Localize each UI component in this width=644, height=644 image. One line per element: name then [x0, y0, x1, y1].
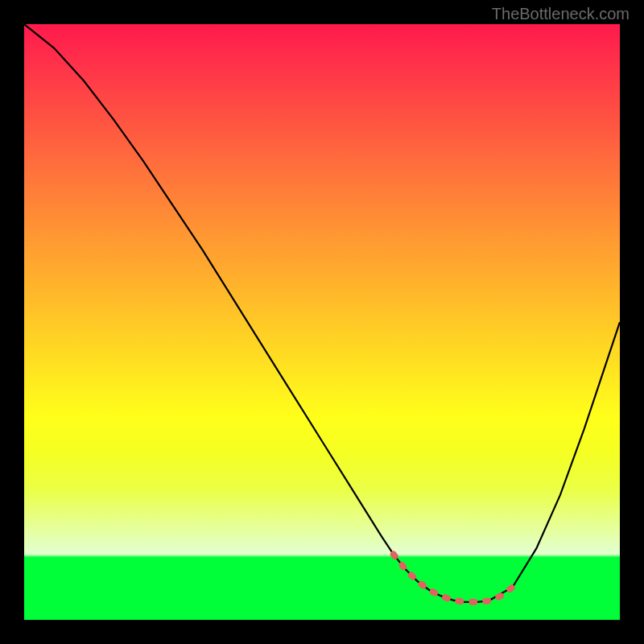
attribution-text: TheBottleneck.com — [492, 5, 630, 23]
chart-plot-area — [24, 24, 620, 620]
bottleneck-curve-path — [24, 24, 620, 602]
highlight-segment-path — [394, 555, 513, 602]
chart-curves — [24, 24, 620, 620]
